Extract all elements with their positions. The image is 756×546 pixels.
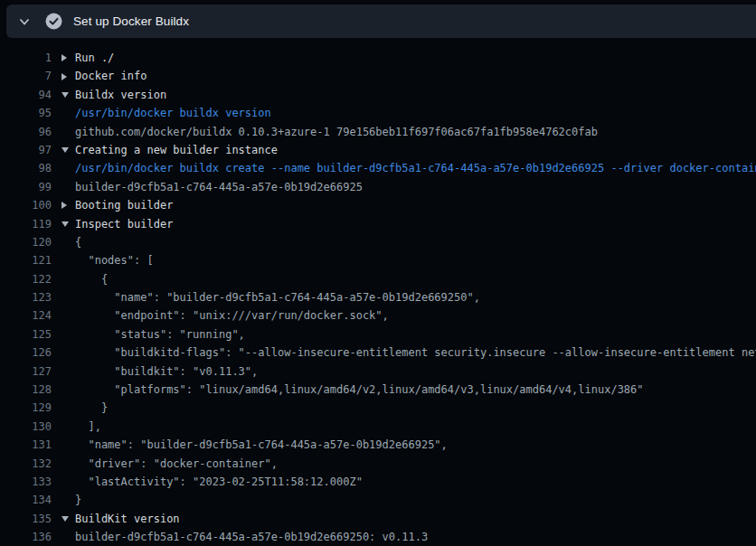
- chevron-down-icon[interactable]: [61, 221, 69, 227]
- log-text: Booting builder: [75, 196, 756, 214]
- line-gutter: [52, 362, 75, 381]
- line-number[interactable]: 128: [0, 381, 52, 399]
- log-line[interactable]: 119 Inspect builder: [0, 215, 756, 233]
- log-text: "name": "builder-d9cfb5a1-c764-445a-a57e…: [75, 288, 756, 306]
- log-text: "lastActivity": "2023-02-25T11:58:12.000…: [75, 473, 756, 491]
- line-number[interactable]: 7: [0, 67, 52, 85]
- chevron-down-icon[interactable]: [61, 147, 69, 153]
- line-gutter: [52, 491, 75, 509]
- log-text: Creating a new builder instance: [75, 141, 756, 159]
- log-line: 126 "buildkitd-flags": "--allow-insecure…: [0, 344, 756, 362]
- log-text: {: [75, 270, 756, 288]
- log-text: ],: [75, 418, 756, 436]
- line-number[interactable]: 121: [0, 251, 52, 269]
- log-line: 120 {: [0, 233, 756, 251]
- log-text: "buildkit": "v0.11.3",: [75, 362, 756, 381]
- line-number[interactable]: 133: [0, 473, 52, 491]
- line-gutter: [52, 325, 75, 344]
- log-line: 95 /usr/bin/docker buildx version: [0, 104, 756, 122]
- log-text: {: [75, 233, 756, 251]
- line-number[interactable]: 129: [0, 399, 52, 417]
- line-gutter: [52, 270, 75, 288]
- log-line: 125 "status": "running",: [0, 325, 756, 344]
- line-gutter: [52, 196, 75, 214]
- log-text: }: [75, 399, 756, 417]
- line-number[interactable]: 134: [0, 491, 52, 509]
- line-gutter: [52, 141, 75, 159]
- line-number[interactable]: 131: [0, 436, 52, 454]
- line-gutter: [52, 67, 75, 85]
- log-line: 98 /usr/bin/docker buildx create --name …: [0, 159, 756, 177]
- log-container: 1 Run ./ 7 Docker info 94 Buildx version…: [0, 38, 756, 546]
- line-number[interactable]: 125: [0, 325, 52, 344]
- line-number[interactable]: 95: [0, 104, 52, 122]
- chevron-right-icon[interactable]: [61, 54, 67, 61]
- log-line[interactable]: 97 Creating a new builder instance: [0, 141, 756, 159]
- line-number[interactable]: 119: [0, 215, 52, 233]
- log-line: 96 github.com/docker/buildx 0.10.3+azure…: [0, 123, 756, 141]
- line-number[interactable]: 1: [0, 49, 52, 67]
- line-gutter: [52, 306, 75, 325]
- log-line[interactable]: 1 Run ./: [0, 49, 756, 67]
- log-line: 128 "platforms": "linux/amd64,linux/amd6…: [0, 381, 756, 399]
- line-number[interactable]: 99: [0, 178, 52, 196]
- log-text: Buildx version: [75, 86, 756, 104]
- log-text: "nodes": [: [75, 251, 756, 269]
- log-text: Docker info: [75, 67, 756, 85]
- line-gutter: [52, 455, 75, 473]
- line-gutter: [52, 344, 75, 362]
- log-line[interactable]: 100 Booting builder: [0, 196, 756, 214]
- line-number[interactable]: 100: [0, 196, 52, 214]
- log-text: BuildKit version: [75, 510, 756, 528]
- line-number[interactable]: 130: [0, 418, 52, 436]
- line-number[interactable]: 132: [0, 455, 52, 473]
- log-line: 131 "name": "builder-d9cfb5a1-c764-445a-…: [0, 436, 756, 454]
- log-text: /usr/bin/docker buildx version: [75, 104, 756, 122]
- line-number[interactable]: 96: [0, 123, 52, 141]
- chevron-right-icon[interactable]: [61, 73, 67, 80]
- log-line: 132 "driver": "docker-container",: [0, 455, 756, 473]
- line-gutter: [52, 510, 75, 528]
- log-text: "endpoint": "unix:///var/run/docker.sock…: [75, 306, 756, 325]
- step-header[interactable]: Set up Docker Buildx: [6, 5, 756, 38]
- log-line[interactable]: 135 BuildKit version: [0, 510, 756, 528]
- line-number[interactable]: 122: [0, 270, 52, 288]
- line-gutter: [52, 123, 75, 141]
- log-text: Inspect builder: [75, 215, 756, 233]
- log-line[interactable]: 7 Docker info: [0, 67, 756, 85]
- line-number[interactable]: 97: [0, 141, 52, 159]
- log-line: 121 "nodes": [: [0, 251, 756, 269]
- log-line: 136 builder-d9cfb5a1-c764-445a-a57e-0b19…: [0, 528, 756, 546]
- log-text: }: [75, 491, 756, 509]
- line-number[interactable]: 123: [0, 288, 52, 306]
- chevron-right-icon[interactable]: [61, 202, 67, 209]
- log-text: builder-d9cfb5a1-c764-445a-a57e-0b19d2e6…: [75, 178, 756, 196]
- line-number[interactable]: 94: [0, 86, 52, 104]
- line-gutter: [52, 528, 75, 546]
- line-number[interactable]: 124: [0, 306, 52, 325]
- log-line: 99 builder-d9cfb5a1-c764-445a-a57e-0b19d…: [0, 178, 756, 196]
- line-gutter: [52, 288, 75, 306]
- log-line[interactable]: 94 Buildx version: [0, 86, 756, 104]
- log-text: github.com/docker/buildx 0.10.3+azure-1 …: [75, 123, 756, 141]
- log-text: "driver": "docker-container",: [75, 455, 756, 473]
- line-number[interactable]: 127: [0, 362, 52, 381]
- line-number[interactable]: 98: [0, 159, 52, 177]
- line-gutter: [52, 178, 75, 196]
- line-number[interactable]: 126: [0, 344, 52, 362]
- line-number[interactable]: 135: [0, 510, 52, 528]
- log-line: 134 }: [0, 491, 756, 509]
- line-number[interactable]: 120: [0, 233, 52, 251]
- log-line: 127 "buildkit": "v0.11.3",: [0, 362, 756, 381]
- line-gutter: [52, 381, 75, 399]
- line-number[interactable]: 136: [0, 528, 52, 546]
- line-gutter: [52, 49, 75, 67]
- line-gutter: [52, 418, 75, 436]
- step-title: Set up Docker Buildx: [73, 14, 189, 28]
- chevron-down-icon[interactable]: [18, 15, 31, 28]
- log-line: 122 {: [0, 270, 756, 288]
- line-gutter: [52, 233, 75, 251]
- log-text: Run ./: [75, 49, 756, 67]
- chevron-down-icon[interactable]: [61, 516, 69, 522]
- chevron-down-icon[interactable]: [61, 92, 69, 98]
